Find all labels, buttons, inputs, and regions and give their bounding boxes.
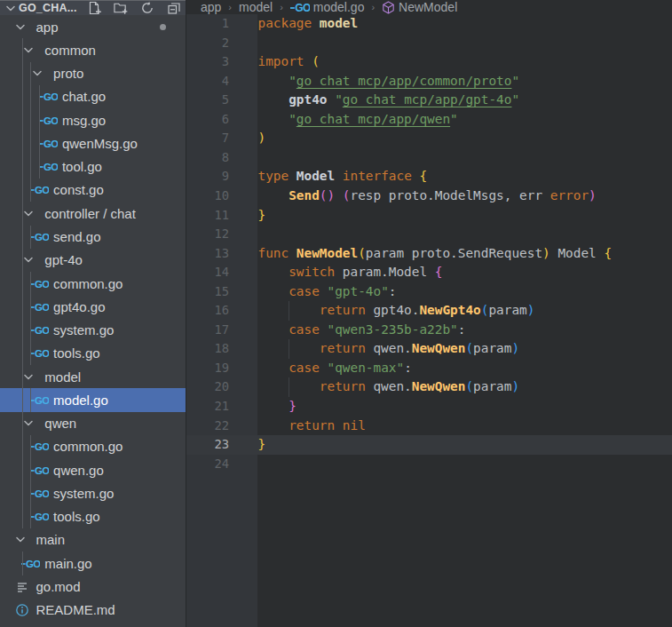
code-line-24[interactable]: 24: [186, 455, 672, 474]
tree-file-system.go[interactable]: GOsystem.go: [0, 481, 186, 504]
tree-item-label: qwen: [44, 416, 76, 431]
code-line-2[interactable]: 2: [186, 34, 672, 53]
code-line-8[interactable]: 8: [186, 148, 672, 168]
new-folder-icon[interactable]: [114, 1, 128, 15]
editor-indent-guide: [289, 377, 289, 397]
code-line-text: }: [258, 435, 266, 455]
line-number: 15: [186, 282, 229, 302]
code-line-22[interactable]: 22 return nil: [186, 417, 672, 436]
code-line-4[interactable]: 4 "go_chat_mcp/app/common/proto": [186, 72, 672, 91]
code-line-text: package model: [258, 14, 359, 34]
code-token: "gpt-4o": [327, 284, 388, 298]
tree-folder-common[interactable]: common: [0, 38, 186, 61]
code-line-18[interactable]: 18 return qwen.NewQwen(param): [186, 339, 672, 359]
tree-file-tools.go[interactable]: GOtools.go: [0, 342, 186, 365]
code-line-1[interactable]: 1package model: [186, 14, 672, 34]
code-token: }: [258, 437, 266, 451]
svg-text:GO: GO: [43, 92, 58, 103]
tree-file-model.go[interactable]: GOmodel.go: [0, 388, 186, 411]
code-token: [258, 361, 289, 375]
code-line-3[interactable]: 3import (: [186, 52, 672, 72]
chevron-down-icon[interactable]: [12, 24, 29, 30]
tree-file-gpt4o.go[interactable]: GOgpt4o.go: [0, 295, 186, 318]
go-file-icon: GO: [39, 114, 58, 127]
section-chevron-down-icon[interactable]: [6, 5, 15, 12]
breadcrumb-item-model[interactable]: model: [239, 0, 273, 14]
tree-item-label: proto: [53, 66, 83, 81]
tree-file-chat.go[interactable]: GOchat.go: [0, 85, 186, 108]
tree-folder-controller-chat[interactable]: controller / chat: [0, 202, 186, 225]
tree-file-readme.md[interactable]: README.md: [0, 599, 186, 622]
code-line-13[interactable]: 13func NewModel(param proto.SendRequest)…: [186, 244, 672, 264]
code-line-6[interactable]: 6 "go_chat_mcp/app/qwen": [186, 110, 672, 130]
tree-file-msg.go[interactable]: GOmsg.go: [0, 108, 186, 131]
go-file-icon: GO: [30, 323, 49, 337]
code-token: model: [320, 16, 358, 30]
tree-file-tool.go[interactable]: GOtool.go: [0, 155, 186, 179]
code-token: ): [589, 188, 597, 202]
code-line-text: case "gpt-4o":: [258, 282, 397, 302]
code-token: :: [458, 322, 466, 337]
code-token: NewQwen: [412, 379, 466, 393]
svg-text:GO: GO: [35, 395, 49, 406]
chevron-down-icon[interactable]: [12, 536, 29, 543]
tree-item-label: main.go: [44, 556, 91, 571]
go-file-icon: GO: [30, 277, 49, 290]
code-line-21[interactable]: 21 }: [186, 397, 672, 417]
tree-file-const.go[interactable]: GOconst.go: [0, 179, 186, 202]
tree-folder-qwen[interactable]: qwen: [0, 412, 186, 435]
code-line-11[interactable]: 11}: [186, 206, 672, 226]
tree-file-common.go[interactable]: GOcommon.go: [0, 272, 186, 295]
tree-file-system.go[interactable]: GOsystem.go: [0, 318, 186, 341]
line-number: 16: [186, 301, 229, 321]
code-token: [335, 418, 343, 433]
code-line-9[interactable]: 9type Model interface {: [186, 167, 672, 187]
editor-indent-guide: [289, 301, 289, 321]
code-line-19[interactable]: 19 case "qwen-max":: [186, 359, 672, 378]
tree-folder-main[interactable]: main: [0, 528, 186, 552]
code-line-20[interactable]: 20 return qwen.NewQwen(param): [186, 377, 672, 397]
tree-file-send.go[interactable]: GOsend.go: [0, 225, 186, 248]
tree-folder-model[interactable]: model: [0, 365, 186, 388]
code-line-7[interactable]: 7): [186, 129, 672, 148]
collapse-folders-icon[interactable]: [167, 1, 181, 15]
tree-file-qwen.go[interactable]: GOqwen.go: [0, 458, 186, 481]
code-token: Send: [289, 188, 320, 202]
code-line-14[interactable]: 14 switch param.Model {: [186, 263, 672, 282]
code-line-text: switch param.Model {: [258, 263, 443, 282]
tree-folder-proto[interactable]: proto: [0, 62, 186, 85]
code-line-16[interactable]: 16 return gpt4o.NewGpt4o(param): [186, 301, 672, 321]
tree-file-go.mod[interactable]: go.mod: [0, 575, 186, 598]
code-token: [258, 92, 289, 107]
tree-folder-gpt-4o[interactable]: gpt-4o: [0, 249, 186, 272]
breadcrumb-item-model.go[interactable]: GOmodel.go: [290, 0, 365, 14]
code-line-5[interactable]: 5 gpt4o "go_chat_mcp/app/gpt-4o": [186, 91, 672, 110]
code-token: gpt4o: [289, 92, 327, 107]
code-line-23[interactable]: 23}: [186, 435, 672, 455]
code-line-12[interactable]: 12: [186, 225, 672, 244]
new-file-icon[interactable]: [87, 1, 101, 15]
code-token: NewModel: [296, 246, 358, 260]
tree-file-qwenmsg.go[interactable]: GOqwenMsg.go: [0, 131, 186, 155]
code-token: switch: [289, 265, 335, 279]
svg-text:GO: GO: [43, 115, 58, 126]
refresh-explorer-icon[interactable]: [140, 1, 154, 15]
tree-item-label: gpt4o.go: [53, 299, 105, 314]
breadcrumb-item-app[interactable]: app: [201, 0, 221, 14]
svg-text:GO: GO: [35, 442, 49, 453]
line-number: 12: [186, 225, 229, 244]
code-line-text: gpt4o "go_chat_mcp/app/gpt-4o": [258, 91, 520, 110]
code-line-17[interactable]: 17 case "qwen3-235b-a22b":: [186, 321, 672, 340]
code-token: Model: [550, 246, 605, 260]
code-token: [327, 92, 335, 107]
code-line-15[interactable]: 15 case "gpt-4o":: [186, 282, 672, 302]
tree-file-main.go[interactable]: GOmain.go: [0, 552, 186, 575]
breadcrumb-item-newmodel[interactable]: NewModel: [382, 0, 457, 14]
code-area[interactable]: 1package model23import (4 "go_chat_mcp/a…: [186, 14, 672, 627]
tree-file-tools.go[interactable]: GOtools.go: [0, 505, 186, 528]
explorer-section-header[interactable]: GO_CHA...: [0, 0, 186, 15]
code-line-10[interactable]: 10 Send() (resp proto.ModelMsgs, err err…: [186, 187, 672, 206]
tree-folder-app[interactable]: app: [0, 15, 186, 38]
tree-indent-guide: [30, 62, 31, 202]
tree-file-common.go[interactable]: GOcommon.go: [0, 435, 186, 458]
